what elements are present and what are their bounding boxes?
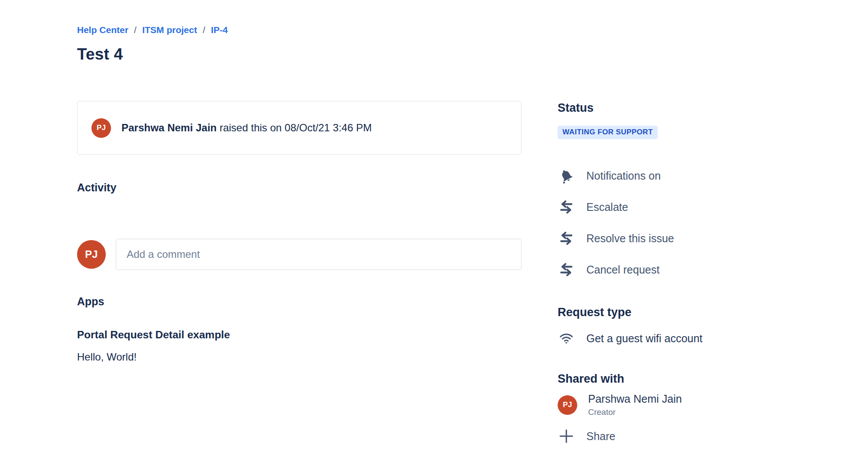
add-comment-input[interactable] [116,239,521,270]
reporter-name: Parshwa Nemi Jain [121,122,217,134]
breadcrumb: Help Center / ITSM project / IP-4 [77,24,521,36]
breadcrumb-link-itsm-project[interactable]: ITSM project [142,25,197,35]
shared-person-avatar: PJ [558,395,577,415]
bell-icon [558,167,575,184]
swap-arrows-icon [558,198,575,216]
main-column: Help Center / ITSM project / IP-4 Test 4… [77,24,521,364]
action-label: Cancel request [586,264,659,276]
comment-row: PJ [77,239,521,270]
plus-icon [558,427,575,445]
action-label: Resolve this issue [586,232,674,245]
notifications-toggle-button[interactable]: Notifications on [558,166,828,185]
app-panel-body: Hello, World! [77,350,521,364]
shared-with-heading: Shared with [558,372,828,386]
swap-arrows-icon [558,261,575,278]
current-user-avatar: PJ [77,240,106,269]
breadcrumb-link-issue-key[interactable]: IP-4 [211,25,228,35]
wifi-icon [558,330,575,347]
raised-line: Parshwa Nemi Jain raised this on 08/Oct/… [121,122,372,134]
reporter-avatar: PJ [91,118,111,138]
status-badge: WAITING FOR SUPPORT [558,126,658,139]
app-panel-title: Portal Request Detail example [77,328,521,341]
request-actions: Notifications on Escalate [558,166,828,279]
shared-person-role: Creator [588,407,682,417]
request-summary-card: PJ Parshwa Nemi Jain raised this on 08/O… [77,101,521,155]
apps-heading: Apps [77,295,521,308]
shared-person-row: PJ Parshwa Nemi Jain Creator [558,392,828,417]
request-detail-page: Help Center / ITSM project / IP-4 Test 4… [0,0,868,474]
breadcrumb-separator: / [134,25,137,35]
share-label: Share [586,430,616,443]
status-heading: Status [558,101,828,115]
breadcrumb-link-help-center[interactable]: Help Center [77,25,128,35]
raised-text: raised this on 08/Oct/21 3:46 PM [217,122,372,134]
shared-person-meta: Parshwa Nemi Jain Creator [588,392,682,417]
swap-arrows-icon [558,230,575,247]
request-type-row: Get a guest wifi account [558,329,828,348]
sidebar: Status WAITING FOR SUPPORT Notifications… [558,101,828,446]
resolve-issue-button[interactable]: Resolve this issue [558,229,828,248]
request-type-label: Get a guest wifi account [586,332,703,345]
action-label: Escalate [586,201,628,214]
page-title: Test 4 [77,43,521,65]
escalate-button[interactable]: Escalate [558,197,828,217]
shared-person-name: Parshwa Nemi Jain [588,392,682,406]
breadcrumb-separator: / [203,25,205,35]
activity-heading: Activity [77,181,521,194]
action-label: Notifications on [586,170,661,182]
cancel-request-button[interactable]: Cancel request [558,260,828,279]
share-button[interactable]: Share [558,427,616,446]
request-type-heading: Request type [558,305,828,319]
